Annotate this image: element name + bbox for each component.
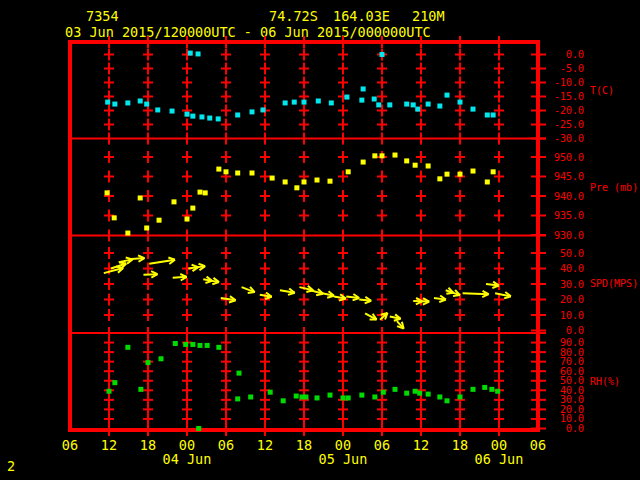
svg-text:06: 06 xyxy=(218,437,234,453)
svg-text:Pre (mb): Pre (mb) xyxy=(590,182,638,193)
data-point xyxy=(380,52,385,57)
data-point xyxy=(188,51,193,56)
meteogram-canvas: 0.0-5.0-10.0-15.0-20.0-25.0-30.0T(C)950.… xyxy=(0,0,640,480)
data-point xyxy=(387,102,392,107)
data-point xyxy=(199,114,204,119)
data-point xyxy=(235,396,240,401)
svg-text:40.0: 40.0 xyxy=(560,263,584,274)
data-point xyxy=(482,385,487,390)
svg-text:935.0: 935.0 xyxy=(554,210,584,221)
data-point xyxy=(261,107,266,112)
series-pressure xyxy=(105,153,496,236)
data-point xyxy=(105,100,110,105)
svg-text:-25.0: -25.0 xyxy=(554,119,584,130)
data-point xyxy=(144,102,149,107)
data-point xyxy=(404,158,409,163)
data-point xyxy=(112,380,117,385)
svg-text:-15.0: -15.0 xyxy=(554,91,584,102)
svg-text:-30.0: -30.0 xyxy=(554,133,584,144)
data-point xyxy=(248,394,253,399)
data-point xyxy=(302,179,307,184)
data-point xyxy=(190,114,195,119)
data-point xyxy=(196,426,201,431)
data-point xyxy=(413,389,418,394)
data-point xyxy=(458,394,463,399)
data-point xyxy=(172,199,177,204)
data-point xyxy=(250,170,255,175)
data-point xyxy=(250,109,255,114)
data-point xyxy=(372,153,377,158)
data-point xyxy=(125,100,130,105)
data-point xyxy=(155,107,160,112)
data-point xyxy=(107,389,112,394)
page-number: 2 xyxy=(7,458,15,474)
data-point xyxy=(471,169,476,174)
data-point xyxy=(292,100,297,105)
svg-text:06: 06 xyxy=(530,437,546,453)
svg-text:0.0: 0.0 xyxy=(566,325,584,336)
svg-text:12: 12 xyxy=(257,437,273,453)
svg-text:18: 18 xyxy=(452,437,468,453)
data-point xyxy=(294,394,299,399)
right-axis-labels: 0.0-5.0-10.0-15.0-20.0-25.0-30.0T(C)950.… xyxy=(531,49,638,434)
data-point xyxy=(404,391,409,396)
svg-text:945.0: 945.0 xyxy=(554,171,584,182)
data-point xyxy=(413,163,418,168)
svg-text:05 Jun: 05 Jun xyxy=(319,451,368,467)
data-point xyxy=(346,169,351,174)
data-point xyxy=(159,356,164,361)
data-point xyxy=(485,112,490,117)
data-point xyxy=(359,393,364,398)
data-point xyxy=(437,104,442,109)
data-point xyxy=(303,394,308,399)
data-point xyxy=(411,102,416,107)
svg-text:0.0: 0.0 xyxy=(566,423,584,434)
data-point xyxy=(376,102,381,107)
data-point xyxy=(235,170,240,175)
data-point xyxy=(489,387,494,392)
data-point xyxy=(105,190,110,195)
data-point xyxy=(235,112,240,117)
data-point xyxy=(183,342,188,347)
data-point xyxy=(359,98,364,103)
data-point xyxy=(445,398,450,403)
data-point xyxy=(185,217,190,222)
data-point xyxy=(381,390,386,395)
data-point xyxy=(426,102,431,107)
svg-text:RH(%): RH(%) xyxy=(590,376,620,387)
svg-text:950.0: 950.0 xyxy=(554,152,584,163)
data-point xyxy=(283,179,288,184)
data-point xyxy=(458,172,463,177)
data-point xyxy=(393,153,398,158)
data-point xyxy=(485,179,490,184)
data-point xyxy=(437,176,442,181)
data-point xyxy=(190,342,195,347)
data-point xyxy=(445,172,450,177)
data-point xyxy=(237,371,242,376)
data-point xyxy=(426,392,431,397)
svg-text:18: 18 xyxy=(296,437,312,453)
data-point xyxy=(294,185,299,190)
data-point xyxy=(361,86,366,91)
svg-text:T(C): T(C) xyxy=(590,85,614,96)
svg-text:30.0: 30.0 xyxy=(560,279,584,290)
svg-text:940.0: 940.0 xyxy=(554,191,584,202)
data-point xyxy=(216,345,221,350)
data-point xyxy=(471,387,476,392)
data-point xyxy=(415,107,420,112)
data-point xyxy=(491,112,496,117)
data-point xyxy=(344,95,349,100)
data-point xyxy=(372,394,377,399)
svg-text:SPD(MPS): SPD(MPS) xyxy=(590,278,638,289)
svg-text:-20.0: -20.0 xyxy=(554,105,584,116)
data-point xyxy=(125,345,130,350)
data-point xyxy=(144,225,149,230)
svg-text:12: 12 xyxy=(413,437,429,453)
data-point xyxy=(205,343,210,348)
data-point xyxy=(315,178,320,183)
x-axis-labels: 0612180006121800061218000604 Jun05 Jun06… xyxy=(62,437,546,467)
data-point xyxy=(198,190,203,195)
data-point xyxy=(112,215,117,220)
data-point xyxy=(302,100,307,105)
svg-text:06 Jun: 06 Jun xyxy=(475,451,524,467)
